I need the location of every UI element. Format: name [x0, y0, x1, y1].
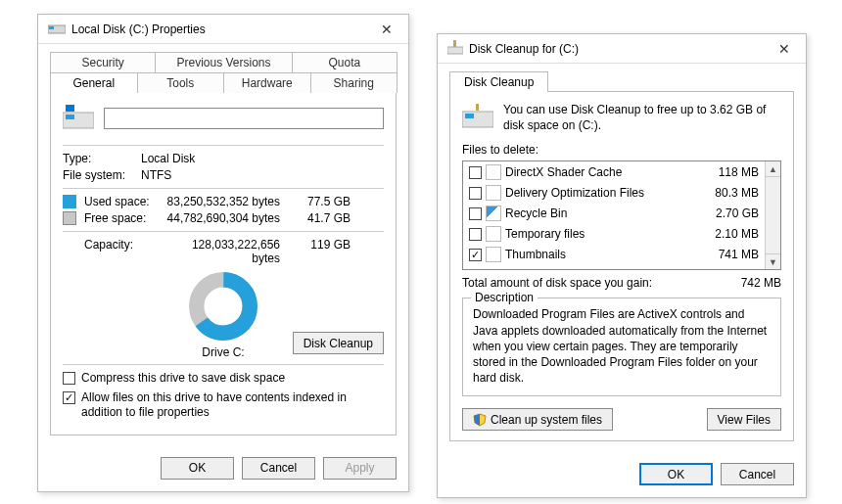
- scrollbar[interactable]: ▲ ▼: [765, 161, 780, 269]
- item-name: Recycle Bin: [505, 206, 690, 220]
- cancel-button[interactable]: Cancel: [242, 457, 315, 480]
- clean-system-files-button[interactable]: Clean up system files: [462, 408, 613, 431]
- tab-security[interactable]: Security: [50, 52, 156, 72]
- file-type-icon: [486, 226, 501, 242]
- cancel-button[interactable]: Cancel: [721, 463, 794, 485]
- compress-label: Compress this drive to save disk space: [81, 371, 285, 387]
- list-item[interactable]: Temporary files2.10 MB: [463, 223, 765, 244]
- cleanup-intro: You can use Disk Cleanup to free up to 3…: [503, 102, 781, 133]
- tab-sharing[interactable]: Sharing: [310, 72, 398, 93]
- tab-previous-versions[interactable]: Previous Versions: [155, 52, 292, 72]
- free-swatch: [63, 211, 76, 225]
- capacity-human: 119 GB: [298, 238, 351, 265]
- properties-dialog: Local Disk (C:) Properties ✕ Security Pr…: [37, 14, 409, 492]
- item-size: 741 MB: [690, 248, 759, 261]
- list-item[interactable]: Delivery Optimization Files80.3 MB: [463, 182, 765, 203]
- description-legend: Description: [471, 291, 538, 304]
- item-checkbox[interactable]: [469, 207, 482, 220]
- fs-label: File system:: [63, 168, 141, 182]
- ok-button[interactable]: OK: [161, 457, 234, 480]
- used-human: 77.5 GB: [298, 195, 351, 208]
- view-files-button[interactable]: View Files: [707, 408, 781, 431]
- item-size: 118 MB: [690, 165, 759, 179]
- cleanup-titlebar[interactable]: Disk Cleanup for (C:) ✕: [438, 34, 806, 64]
- apply-button: Apply: [323, 457, 397, 480]
- cleanup-drive-icon: [462, 102, 493, 133]
- tab-hardware[interactable]: Hardware: [223, 72, 311, 93]
- type-value: Local Disk: [141, 152, 384, 165]
- svg-rect-10: [465, 114, 474, 118]
- svg-rect-11: [476, 104, 479, 111]
- list-item[interactable]: Thumbnails741 MB: [463, 244, 765, 264]
- item-checkbox[interactable]: [469, 228, 482, 241]
- tab-general[interactable]: General: [50, 72, 138, 93]
- file-type-icon: [486, 185, 501, 201]
- tab-tools[interactable]: Tools: [137, 72, 225, 93]
- total-value: 742 MB: [741, 276, 781, 290]
- file-type-icon: [486, 164, 501, 180]
- usage-donut-chart: [188, 271, 258, 342]
- total-label: Total amount of disk space you gain:: [462, 276, 741, 290]
- description-fieldset: Description Downloaded Program Files are…: [462, 298, 781, 396]
- svg-rect-7: [447, 47, 463, 54]
- close-icon[interactable]: ✕: [369, 18, 404, 41]
- files-to-delete-label: Files to delete:: [462, 143, 781, 157]
- cleanup-title: Disk Cleanup for (C:): [469, 42, 767, 56]
- list-item[interactable]: Recycle Bin2.70 GB: [463, 203, 765, 223]
- drive-caption: Drive C:: [202, 345, 244, 359]
- scroll-up-icon[interactable]: ▲: [766, 161, 780, 177]
- svg-rect-8: [453, 40, 456, 47]
- capacity-bytes: 128,033,222,656 bytes: [161, 238, 298, 265]
- free-human: 41.7 GB: [298, 211, 351, 225]
- item-size: 2.10 MB: [690, 227, 759, 241]
- fs-value: NTFS: [141, 168, 384, 182]
- index-label: Allow files on this drive to have conten…: [81, 390, 384, 421]
- used-label: Used space:: [84, 195, 161, 208]
- svg-rect-1: [49, 26, 54, 29]
- free-label: Free space:: [84, 211, 161, 225]
- used-bytes: 83,250,532,352 bytes: [161, 195, 298, 208]
- general-panel: Type:Local Disk File system:NTFS Used sp…: [50, 92, 397, 435]
- shield-icon: [473, 413, 487, 427]
- file-type-icon: [486, 206, 501, 221]
- properties-titlebar[interactable]: Local Disk (C:) Properties ✕: [38, 15, 408, 44]
- description-text: Downloaded Program Files are ActiveX con…: [473, 306, 771, 386]
- item-checkbox[interactable]: [469, 249, 482, 261]
- item-checkbox[interactable]: [469, 187, 482, 200]
- volume-label-input[interactable]: [104, 108, 384, 129]
- free-bytes: 44,782,690,304 bytes: [161, 211, 298, 225]
- svg-rect-3: [66, 115, 74, 119]
- file-type-icon: [486, 247, 501, 262]
- properties-tabs: Security Previous Versions Quota General…: [50, 52, 397, 93]
- clean-system-files-label: Clean up system files: [491, 413, 602, 427]
- tab-quota[interactable]: Quota: [292, 52, 398, 72]
- item-size: 80.3 MB: [690, 186, 759, 200]
- capacity-label: Capacity:: [63, 238, 161, 265]
- type-label: Type:: [63, 152, 141, 165]
- svg-rect-4: [66, 105, 74, 112]
- disk-cleanup-dialog: Disk Cleanup for (C:) ✕ Disk Cleanup You…: [437, 33, 807, 498]
- properties-title: Local Disk (C:) Properties: [71, 23, 369, 36]
- close-icon[interactable]: ✕: [767, 37, 802, 61]
- list-item[interactable]: DirectX Shader Cache118 MB: [463, 161, 765, 182]
- used-swatch: [63, 195, 76, 208]
- tab-disk-cleanup[interactable]: Disk Cleanup: [449, 71, 548, 92]
- item-size: 2.70 GB: [690, 206, 759, 220]
- item-name: Temporary files: [505, 227, 690, 241]
- ok-button[interactable]: OK: [639, 463, 713, 485]
- drive-icon: [48, 20, 66, 38]
- item-checkbox[interactable]: [469, 166, 482, 179]
- item-name: Delivery Optimization Files: [505, 186, 690, 200]
- cleanup-panel: You can use Disk Cleanup to free up to 3…: [449, 91, 794, 441]
- item-name: Thumbnails: [505, 248, 690, 261]
- files-list[interactable]: DirectX Shader Cache118 MBDelivery Optim…: [462, 160, 781, 270]
- item-name: DirectX Shader Cache: [505, 165, 690, 179]
- compress-checkbox[interactable]: [63, 372, 75, 385]
- index-checkbox[interactable]: [63, 391, 75, 404]
- drive-large-icon: [63, 103, 94, 133]
- scroll-down-icon[interactable]: ▼: [766, 253, 780, 269]
- broom-icon: [447, 39, 463, 58]
